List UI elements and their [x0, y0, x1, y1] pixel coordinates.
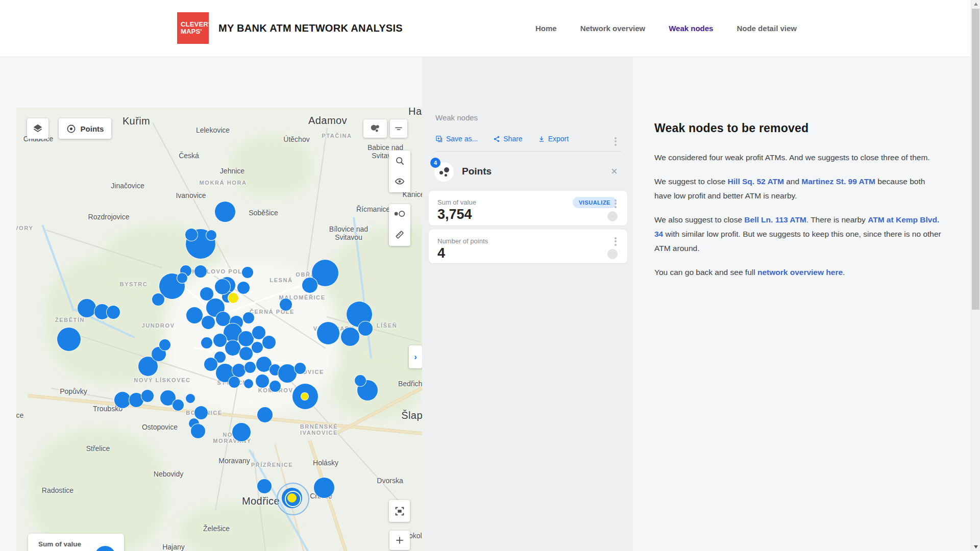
map-legend[interactable]: Sum of value: [28, 534, 124, 551]
atm-bubble[interactable]: [159, 339, 171, 351]
atm-bubble[interactable]: [257, 407, 273, 423]
number-of-points-card: Number of points 4: [429, 230, 627, 263]
atm-bubble[interactable]: [185, 393, 195, 404]
atm-bubble[interactable]: [185, 228, 198, 241]
atm-bubble[interactable]: [194, 406, 208, 420]
article-paragraph: We also suggest to close Bell Ln. 113 AT…: [654, 213, 944, 256]
bubble-chart-button[interactable]: [363, 119, 387, 138]
article-link[interactable]: Martinez St. 99 ATM: [801, 177, 875, 186]
atm-bubble[interactable]: [242, 312, 255, 324]
atm-bubble[interactable]: [269, 380, 281, 392]
atm-bubble[interactable]: [243, 379, 254, 389]
atm-bubble[interactable]: [214, 279, 231, 295]
map-place-label: Adamov: [308, 115, 347, 127]
atm-bubble[interactable]: [244, 361, 256, 373]
atm-bubble[interactable]: [186, 307, 203, 324]
scroll-up-icon: [974, 3, 978, 6]
atm-bubble[interactable]: [279, 298, 292, 311]
nav-item-network-overview[interactable]: Network overview: [580, 24, 646, 33]
atm-bubble[interactable]: [190, 423, 206, 439]
map-place-label: Česká: [179, 152, 199, 160]
layers-button[interactable]: [27, 118, 48, 139]
atm-bubble[interactable]: [206, 230, 217, 241]
atm-bubble[interactable]: [172, 399, 184, 411]
atm-bubble[interactable]: [141, 389, 154, 403]
scrollbar-thumb[interactable]: [972, 9, 979, 310]
atm-bubble[interactable]: [57, 327, 81, 352]
page-scrollbar[interactable]: [971, 0, 980, 551]
points-layer-chip[interactable]: Points: [59, 118, 111, 139]
atm-bubble[interactable]: [152, 293, 165, 306]
visualize-button[interactable]: VISUALIZE: [573, 197, 617, 208]
filter-icon: [394, 123, 404, 134]
weak-nodes-panel: [422, 57, 633, 551]
atm-bubble-weak[interactable]: [301, 392, 309, 400]
article-link[interactable]: network overview here: [757, 268, 843, 277]
article-link[interactable]: Hill Sq. 52 ATM: [728, 177, 784, 186]
sum-of-value-value: 3,754: [437, 207, 472, 222]
atm-bubble[interactable]: [313, 477, 335, 498]
atm-bubble[interactable]: [106, 305, 120, 319]
atm-bubble[interactable]: [340, 327, 360, 346]
sum-card-toggle-dot[interactable]: [607, 211, 618, 221]
points-card-menu-button[interactable]: [615, 236, 617, 247]
save-as-button[interactable]: Save as...: [435, 135, 478, 143]
atm-bubble[interactable]: [201, 315, 215, 330]
fit-extent-icon: [394, 506, 405, 517]
export-button[interactable]: Export: [538, 135, 569, 143]
atm-bubble[interactable]: [237, 281, 250, 294]
number-of-points-label: Number of points: [437, 237, 488, 245]
atm-bubble[interactable]: [241, 266, 254, 279]
atm-bubble[interactable]: [228, 376, 240, 388]
visibility-button[interactable]: [394, 176, 405, 187]
nav-item-home[interactable]: Home: [535, 24, 557, 33]
expand-panel-button[interactable]: ›: [409, 345, 422, 368]
search-button[interactable]: [395, 156, 405, 166]
map-forest-area: [29, 429, 167, 551]
panel-menu-button[interactable]: [615, 136, 617, 147]
filter-button[interactable]: [390, 119, 407, 138]
panel-actions: Save as... Share Export: [435, 135, 569, 143]
share-icon: [493, 135, 500, 143]
scroll-up-button[interactable]: [971, 0, 980, 8]
atm-bubble[interactable]: [177, 272, 188, 284]
atm-bubble[interactable]: [316, 321, 340, 345]
scroll-down-icon: [974, 545, 978, 548]
close-points-button[interactable]: ×: [611, 165, 618, 178]
clevermaps-logo[interactable]: CLEVER° MAPS': [177, 12, 209, 44]
scroll-down-button[interactable]: [971, 543, 980, 551]
atm-bubble[interactable]: [255, 374, 270, 388]
panel-divider: [435, 151, 622, 152]
map-place-label: Řícmanice: [356, 205, 390, 213]
atm-bubble[interactable]: [262, 335, 276, 349]
atm-bubble[interactable]: [232, 422, 251, 442]
map-tool-group-search-eye: [389, 151, 410, 192]
measure-button[interactable]: [394, 229, 405, 240]
atm-bubble[interactable]: [214, 201, 236, 222]
atm-bubble[interactable]: [354, 374, 366, 387]
points-card-toggle-dot[interactable]: [607, 249, 618, 259]
nav-item-node-detail-view[interactable]: Node detail view: [737, 24, 797, 33]
logo-line1: CLEVER°: [181, 21, 209, 28]
share-button[interactable]: Share: [493, 135, 522, 143]
article-link[interactable]: Bell Ln. 113 ATM: [744, 215, 806, 224]
compare-points-button[interactable]: [394, 210, 406, 217]
zoom-in-button[interactable]: [389, 531, 410, 550]
points-count-badge: 4: [430, 158, 440, 168]
atm-bubble[interactable]: [257, 479, 272, 494]
atm-bubble[interactable]: [302, 277, 318, 293]
atm-bubble[interactable]: [77, 298, 96, 318]
atm-bubble-weak[interactable]: [228, 292, 239, 304]
page-title: MY BANK ATM NETWORK ANALYSIS: [218, 0, 403, 57]
atm-bubble[interactable]: [194, 265, 207, 278]
atm-bubble[interactable]: [201, 337, 213, 349]
points-chip-label: Points: [81, 124, 104, 133]
app-header: CLEVER° MAPS' MY BANK ATM NETWORK ANALYS…: [0, 0, 980, 57]
atm-bubble[interactable]: [358, 321, 373, 336]
sum-card-menu-button[interactable]: [615, 198, 617, 209]
map-canvas[interactable]: Points: [16, 108, 422, 551]
atm-bubble[interactable]: [294, 362, 306, 374]
fit-extent-button[interactable]: [389, 500, 410, 522]
nav-item-weak-nodes[interactable]: Weak nodes: [669, 24, 713, 33]
layers-icon: [32, 123, 43, 134]
